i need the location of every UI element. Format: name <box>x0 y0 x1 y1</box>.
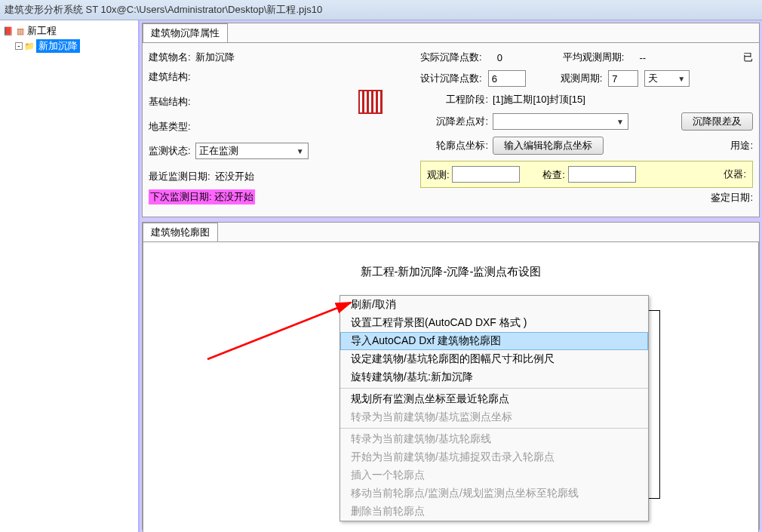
menu-delete-pt: 删除当前轮廓点 <box>340 503 648 521</box>
button-limit[interactable]: 沉降限差及 <box>681 112 753 131</box>
menu-insert-pt: 插入一个轮廓点 <box>340 466 648 484</box>
label-design-pts: 设计沉降点数: <box>420 72 482 85</box>
properties-panel: 建筑物沉降属性 建筑物名: 新加沉降 建筑结构: 基础结构: <box>142 23 760 217</box>
label-status: 监测状态: <box>149 144 191 158</box>
label-contour: 轮廓点坐标: <box>420 139 488 152</box>
menu-set-scale[interactable]: 设定建筑物/基坑轮廓图的图幅尺寸和比例尺 <box>340 350 648 368</box>
menu-refresh[interactable]: 刷新/取消 <box>340 296 648 314</box>
folder-icon: 📁 <box>24 41 35 51</box>
value-avg-period: -- <box>639 52 646 63</box>
tab-properties[interactable]: 建筑物沉降属性 <box>143 23 228 42</box>
input-design-pts[interactable] <box>488 70 526 87</box>
tree-root[interactable]: 📕 ▥ 新工程 <box>3 23 135 38</box>
button-contour[interactable]: 输入编辑轮廓点坐标 <box>493 137 604 155</box>
yellow-strip: 观测: 检查: 仪器: <box>420 161 753 188</box>
menu-separator <box>340 388 648 389</box>
value-phase: [1]施工期[10]封顶[15] <box>493 93 585 106</box>
building-icon[interactable] <box>358 90 383 114</box>
label-phase: 工程阶段: <box>420 93 488 106</box>
label-avg-period: 平均观测周期: <box>563 51 625 64</box>
chevron-down-icon: ▼ <box>294 147 306 155</box>
menu-move-pt: 移动当前轮廓点/监测点/规划监测点坐标至轮廓线 <box>340 484 648 503</box>
label-geo: 地基类型: <box>149 120 191 134</box>
svg-line-0 <box>207 303 351 359</box>
label-next-date: 下次监测日期: 还没开始 <box>149 189 255 204</box>
dropdown-unit[interactable]: 天 ▼ <box>644 70 690 87</box>
book-icon: 📕 <box>3 26 14 36</box>
menu-start-capture: 开始为当前建筑物/基坑捕捉双击录入轮廓点 <box>340 448 648 466</box>
tree-root-label: 新工程 <box>27 24 57 38</box>
menu-plan-all[interactable]: 规划所有监测点坐标至最近轮廓点 <box>340 390 648 408</box>
input-obs[interactable] <box>452 166 520 183</box>
menu-separator <box>340 428 648 429</box>
tree-collapse-icon[interactable]: - <box>15 42 23 50</box>
main-area: 建筑物沉降属性 建筑物名: 新加沉降 建筑结构: 基础结构: <box>140 20 762 532</box>
value-building-name: 新加沉降 <box>195 51 235 64</box>
label-check: 检查: <box>542 169 565 180</box>
chevron-down-icon: ▼ <box>614 118 626 126</box>
menu-set-bg[interactable]: 设置工程背景图(AutoCAD DXF 格式 ) <box>340 314 648 332</box>
label-obs: 观测: <box>427 169 450 180</box>
label-diff: 沉降差点对: <box>420 115 488 128</box>
value-recent-date: 还没开始 <box>215 170 254 183</box>
input-check[interactable] <box>568 166 636 183</box>
app-title: 建筑变形分析系统 ST 10x@C:\Users\Administrator\D… <box>5 4 322 15</box>
label-recent-date: 最近监测日期: <box>149 170 210 183</box>
label-done: 已 <box>743 51 753 64</box>
input-obs-period[interactable] <box>608 70 638 87</box>
tab-outline[interactable]: 建筑物轮廓图 <box>143 223 218 241</box>
label-appr: 鉴定日期: <box>711 191 753 204</box>
dropdown-diff[interactable]: ▼ <box>493 113 628 130</box>
chevron-down-icon: ▼ <box>675 75 687 83</box>
label-foundation: 基础结构: <box>149 95 191 109</box>
dropdown-status[interactable]: 正在监测 ▼ <box>195 143 309 159</box>
label-obs-period: 观测周期: <box>561 72 603 85</box>
menu-rotate[interactable]: 旋转建筑物/基坑:新加沉降 <box>340 368 648 386</box>
building-small-icon: ▥ <box>15 26 26 36</box>
menu-transcribe-coords: 转录为当前建筑物/基坑监测点坐标 <box>340 408 648 426</box>
title-bar: 建筑变形分析系统 ST 10x@C:\Users\Administrator\D… <box>0 0 762 20</box>
menu-import-dxf[interactable]: 导入AutoCAD Dxf 建筑物轮廓图 <box>340 332 648 350</box>
label-building-name: 建筑物名: <box>149 51 191 64</box>
value-actual-pts: 0 <box>497 52 502 63</box>
label-purpose: 用途: <box>730 139 753 152</box>
tree-child[interactable]: - 📁 新加沉降 <box>3 38 135 54</box>
label-structure: 建筑结构: <box>149 70 191 84</box>
tree-child-label: 新加沉降 <box>36 39 80 53</box>
label-actual-pts: 实际沉降点数: <box>420 51 482 64</box>
context-menu: 刷新/取消 设置工程背景图(AutoCAD DXF 格式 ) 导入AutoCAD… <box>340 295 649 521</box>
label-instr: 仪器: <box>724 168 746 181</box>
project-tree: 📕 ▥ 新工程 - 📁 新加沉降 <box>0 20 140 532</box>
outline-panel: 建筑物轮廓图 新工程-新加沉降-沉降-监测点布设图 刷新/取消 设置工程背景图(… <box>142 222 760 530</box>
menu-transcribe-outline: 转录为当前建筑物/基坑轮廓线 <box>340 430 648 448</box>
